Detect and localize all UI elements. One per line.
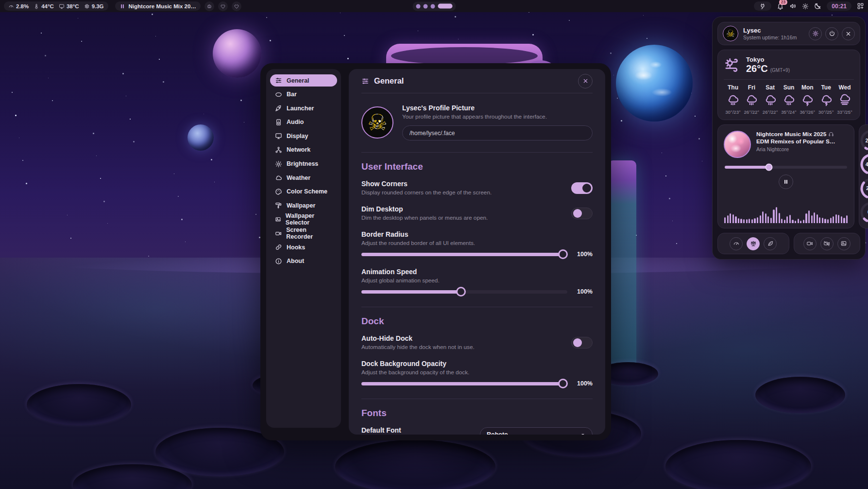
toggle-knob <box>573 338 582 347</box>
star <box>698 138 700 140</box>
toggle-dim-desktop[interactable] <box>571 208 593 219</box>
slider-track[interactable] <box>361 253 567 256</box>
workspace-dot[interactable] <box>416 4 420 8</box>
viz-bar <box>838 215 839 223</box>
power-button[interactable] <box>825 27 838 40</box>
seek-fill <box>725 166 769 169</box>
setting-text: Auto-Hide DockAutomatically hide the doc… <box>361 334 475 350</box>
close-button[interactable] <box>578 74 593 88</box>
palette-icon <box>275 188 282 195</box>
capture-video[interactable] <box>803 237 817 250</box>
sidebar-item-about[interactable]: About <box>270 255 337 267</box>
sidebar-item-color-scheme[interactable]: Color Scheme <box>270 186 337 198</box>
night-mode-button[interactable] <box>814 2 821 10</box>
capture-camoff[interactable] <box>820 237 834 250</box>
slider-knob[interactable] <box>558 249 568 259</box>
workspace-indicator[interactable] <box>412 1 456 11</box>
settings-sidebar: GeneralBarLauncherAudioDisplayNetworkBri… <box>266 69 341 428</box>
toggle-show-corners[interactable] <box>571 182 593 194</box>
heart-button[interactable] <box>232 1 241 11</box>
robot-button[interactable] <box>204 1 214 11</box>
power-icon <box>829 30 835 37</box>
sun-icon <box>275 160 282 168</box>
clock[interactable]: 00:21 <box>827 1 851 11</box>
star <box>178 196 179 197</box>
star <box>163 81 164 83</box>
panel-bottom-row <box>717 233 860 254</box>
star <box>133 141 135 142</box>
album-art[interactable] <box>724 131 751 158</box>
sidebar-item-bar[interactable]: Bar <box>270 88 337 101</box>
sidebar-item-audio[interactable]: Audio <box>270 116 337 128</box>
quick-icons <box>201 1 241 11</box>
overview-button[interactable] <box>857 2 864 10</box>
sidebar-item-screen-recorder[interactable]: Screen Recorder <box>270 227 337 240</box>
rocket-icon <box>275 105 282 112</box>
sidebar-item-brightness[interactable]: Brightness <box>270 158 337 170</box>
sidebar-item-display[interactable]: Display <box>270 130 337 142</box>
user-buttons <box>809 27 855 40</box>
sidebar-item-wallpaper[interactable]: Wallpaper <box>270 199 337 211</box>
star <box>174 174 174 174</box>
workspace-active[interactable] <box>438 4 452 9</box>
sidebar-item-wallpaper-selector[interactable]: Wallpaper Selector <box>270 213 337 226</box>
close-panel-button[interactable] <box>842 27 855 40</box>
heart-button[interactable] <box>218 1 228 11</box>
sidebar-item-launcher[interactable]: Launcher <box>270 102 337 114</box>
speaker-icon <box>275 119 282 126</box>
viz-bar <box>835 214 837 223</box>
heart-icon <box>220 3 226 9</box>
crater <box>755 377 845 413</box>
desktop: 2.8%44°C38°C9.3G Nightcore Music Mix 20…… <box>0 0 868 489</box>
sidebar-item-weather[interactable]: Weather <box>270 172 337 184</box>
weather-condition-icon <box>724 57 740 73</box>
viz-bar <box>738 218 739 223</box>
slider-track[interactable] <box>361 290 567 294</box>
star <box>266 17 267 18</box>
star <box>695 116 696 117</box>
star <box>152 14 153 15</box>
star <box>122 73 124 74</box>
power-profile-leaf[interactable] <box>764 237 777 250</box>
notifications-button[interactable]: 23 <box>777 2 784 10</box>
slider-knob[interactable] <box>456 287 466 297</box>
divider <box>724 79 854 80</box>
skull-art: ☠ <box>726 29 735 38</box>
forecast-day: Sat26°/22° <box>761 84 780 115</box>
bar-stat-value: 44°C <box>41 3 54 9</box>
select-default-font[interactable]: Roboto <box>480 427 593 435</box>
system-stats-pill[interactable]: 2.8%44°C38°C9.3G <box>4 1 108 11</box>
seek-knob[interactable] <box>765 164 772 171</box>
divider <box>361 399 593 399</box>
slider-row: 100% <box>361 251 593 258</box>
sidebar-item-network[interactable]: Network <box>270 144 337 156</box>
viz-bar <box>789 215 791 223</box>
seek-slider[interactable] <box>725 166 847 169</box>
viz-bar <box>751 219 753 223</box>
small-planet <box>187 124 214 151</box>
volume-button[interactable] <box>789 2 797 10</box>
workspace-dot[interactable] <box>423 4 427 8</box>
profile-path-input[interactable] <box>402 125 593 140</box>
workspace-dot[interactable] <box>430 4 435 8</box>
slider-fill <box>361 253 567 256</box>
earth-planet <box>616 45 693 122</box>
star <box>621 120 622 122</box>
plug-button[interactable] <box>754 1 771 11</box>
slider-knob[interactable] <box>558 379 568 388</box>
bar-media-pill[interactable]: Nightcore Music Mix 20… <box>115 1 201 11</box>
capture-screenshot[interactable] <box>837 237 851 250</box>
settings-button[interactable] <box>809 27 822 40</box>
avatar[interactable]: ☠ <box>361 106 393 139</box>
setting-text: Show CornersDisplay rounded corners on t… <box>361 180 492 196</box>
viz-bar <box>776 207 777 223</box>
pause-button[interactable] <box>779 175 793 189</box>
sidebar-item-hooks[interactable]: Hooks <box>270 241 337 253</box>
toggle-auto-hide-dock[interactable] <box>571 337 593 349</box>
power-profile-speedo[interactable] <box>730 237 743 250</box>
slider-track[interactable] <box>361 382 567 385</box>
power-profile-scales[interactable] <box>747 237 760 250</box>
viz-bar <box>746 219 748 223</box>
sidebar-item-general[interactable]: General <box>270 74 337 87</box>
brightness-button[interactable] <box>802 3 809 10</box>
